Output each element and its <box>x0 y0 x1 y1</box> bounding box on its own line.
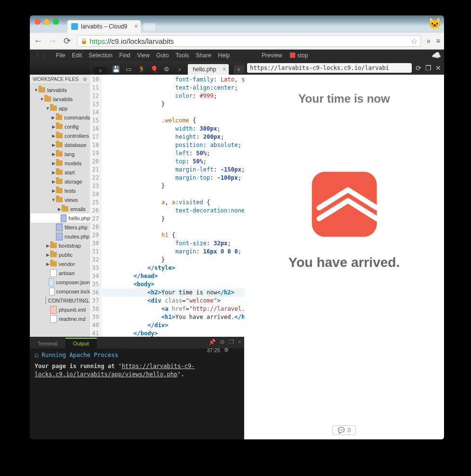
close-icon[interactable]: × <box>238 339 241 345</box>
window-minimize-button[interactable] <box>44 19 50 25</box>
file-sidebar: WORKSPACE FILES ⚙ ▼larvabits▼larvabits▼a… <box>30 61 90 337</box>
reload-button[interactable]: ⟳ <box>63 36 71 46</box>
url-path: ://c9.io/locks/larvabits <box>105 37 174 45</box>
preview-viewport[interactable]: Your time is now You have arrived. 💬 0 <box>244 75 444 439</box>
tree-node-phpunit-xml[interactable]: phpunit.xml <box>31 305 90 314</box>
lock-icon: 🔒 <box>80 38 88 44</box>
chat-icon: 💬 <box>338 427 345 434</box>
gear-icon[interactable]: ⚙ <box>220 339 225 345</box>
gear-icon[interactable]: ⚙ <box>83 77 87 82</box>
add-tab-button[interactable]: + <box>234 65 244 74</box>
tree-node-tests[interactable]: ▶tests <box>31 186 90 195</box>
tree-node-larvabits[interactable]: ▼larvabits <box>31 94 90 104</box>
tree-node-artisan[interactable]: artisan <box>31 268 90 278</box>
tree-node-filters-php[interactable]: filters.php <box>31 223 90 232</box>
tree-node-larvabits[interactable]: ▼larvabits <box>31 85 90 94</box>
new-tab-button[interactable] <box>144 23 155 31</box>
menu-selection[interactable]: Selection <box>89 52 112 59</box>
close-icon[interactable]: ✕ <box>435 64 441 72</box>
menu-find[interactable]: Find <box>119 52 130 59</box>
cloud9-badge[interactable]: 9 <box>93 67 107 75</box>
browser-titlebar: larvabits – Cloud9 × 🐱 <box>30 15 444 33</box>
chevron-right-icon[interactable]: › <box>175 63 184 75</box>
preview-toolbar: https://larvabits-c9-locks.c9.io/larvabi… <box>244 61 444 75</box>
reload-icon[interactable]: ⟳ <box>416 64 421 72</box>
tree-node-hello-php[interactable]: hello.php <box>31 213 90 223</box>
menu-help[interactable]: Help <box>218 52 230 59</box>
tree-node-vendor[interactable]: ▶vendor <box>31 259 90 268</box>
tree-node-commands[interactable]: ▶commands <box>31 113 90 122</box>
menu-file[interactable]: File <box>56 52 65 59</box>
editor-tab[interactable]: hello.php × <box>188 64 229 75</box>
output-message-prefix: Your page is running at ' <box>35 363 122 370</box>
tree-node-lang[interactable]: ▶lang <box>31 149 90 159</box>
tree-node-bootstrap[interactable]: ▶bootstrap <box>31 241 90 250</box>
output-title: Running Apache Process <box>41 352 118 358</box>
run-icon[interactable]: 🏃 <box>137 63 145 75</box>
tree-node-public[interactable]: ▶public <box>31 250 90 259</box>
window-maximize-button[interactable] <box>53 19 59 25</box>
menu-stop[interactable]: stop <box>290 52 308 59</box>
chat-count: 0 <box>348 427 351 434</box>
tree-node-start[interactable]: ▶start <box>31 168 90 177</box>
forward-button[interactable]: → <box>48 36 57 46</box>
browser-tab[interactable]: larvabits – Cloud9 × <box>67 20 141 33</box>
popout-icon[interactable]: ❐ <box>425 64 432 72</box>
tree-node-app[interactable]: ▼app <box>31 104 90 113</box>
menu-share[interactable]: Share <box>196 52 211 59</box>
tree-node-readme-md[interactable]: readme.md <box>31 314 90 323</box>
menu-view[interactable]: View <box>137 52 150 59</box>
preview-heading: You have arrived. <box>288 255 400 270</box>
tree-node-database[interactable]: ▶database <box>31 140 90 149</box>
menu-preview[interactable]: Preview <box>262 52 282 59</box>
ide-menubar: ⋮⋮ FileEditSelectionFindViewGotoToolsSha… <box>30 50 444 61</box>
tree-node-config[interactable]: ▶config <box>31 122 90 131</box>
close-icon[interactable]: × <box>134 23 138 30</box>
gear-icon[interactable]: ⚙ <box>224 347 229 353</box>
tree-node-composer-json[interactable]: composer.json <box>31 278 90 287</box>
tab-terminal[interactable]: Terminal <box>30 339 65 348</box>
preview-url-input[interactable]: https://larvabits-c9-locks.c9.io/larvabi <box>247 63 412 73</box>
panel-icon[interactable]: ▭ <box>124 63 133 75</box>
code-lines[interactable]: font-family: Lato, sans-s text-align:cen… <box>102 75 244 337</box>
tree-node-routes-php[interactable]: routes.php <box>31 232 90 241</box>
maximize-icon[interactable]: ❐ <box>229 339 234 345</box>
tree-node-controllers[interactable]: ▶controllers <box>31 131 90 140</box>
tab-output[interactable]: Output <box>65 338 97 348</box>
preview-pane: https://larvabits-c9-locks.c9.io/larvabi… <box>244 61 444 439</box>
cursor-position: 37:25 <box>207 347 220 353</box>
file-tree[interactable]: ▼larvabits▼larvabits▼app▶commands▶config… <box>30 84 90 337</box>
output-content[interactable]: ◯ Running Apache Process Your page is ru… <box>30 348 244 382</box>
pin-icon[interactable]: 📌 <box>209 339 216 345</box>
laravel-logo-icon <box>308 168 380 242</box>
grip-icon: ⋮⋮ <box>35 52 46 59</box>
tree-node-emails[interactable]: ▶emails <box>31 204 90 213</box>
workspace-files-label[interactable]: WORKSPACE FILES ⚙ <box>30 75 90 84</box>
bookmark-icon[interactable]: ☆ <box>411 37 418 46</box>
tree-node-views[interactable]: ▼views <box>31 195 90 204</box>
back-button[interactable]: ← <box>34 36 42 46</box>
extension-icon[interactable]: 🐱 <box>428 17 441 30</box>
tree-node-storage[interactable]: ▶storage <box>31 177 90 186</box>
address-bar[interactable]: 🔒 https ://c9.io/locks/larvabits ☆ <box>77 35 421 47</box>
save-icon[interactable]: 💾 <box>111 63 120 75</box>
hamburger-icon[interactable]: ≡ <box>436 37 440 45</box>
window-close-button[interactable] <box>35 19 40 25</box>
browser-tab-title: larvabits – Cloud9 <box>81 23 127 30</box>
cloud9-logo-icon[interactable]: ☁️ <box>432 51 441 60</box>
menu-goto[interactable]: Goto <box>157 52 169 59</box>
code-area[interactable]: 1011121314151617181920212223242526272829… <box>90 75 244 337</box>
chat-button[interactable]: 💬 0 <box>332 425 356 435</box>
tree-node-models[interactable]: ▶models <box>31 159 90 168</box>
close-icon[interactable]: × <box>222 66 226 73</box>
menu-tools[interactable]: Tools <box>176 52 189 59</box>
tree-node-composer-lock[interactable]: composer.lock <box>31 287 90 296</box>
output-message-suffix: '. <box>177 371 184 378</box>
stop-icon <box>290 53 295 58</box>
tree-node-contributing-md[interactable]: CONTRIBUTING.md <box>31 296 90 305</box>
gear-icon[interactable]: ⚙ <box>162 63 171 75</box>
editor-status: 37:25 ⚙ <box>207 347 229 353</box>
menu-edit[interactable]: Edit <box>72 52 82 59</box>
extensions-overflow-icon[interactable]: » <box>427 37 431 45</box>
debug-icon[interactable]: 🎈 <box>150 63 158 75</box>
